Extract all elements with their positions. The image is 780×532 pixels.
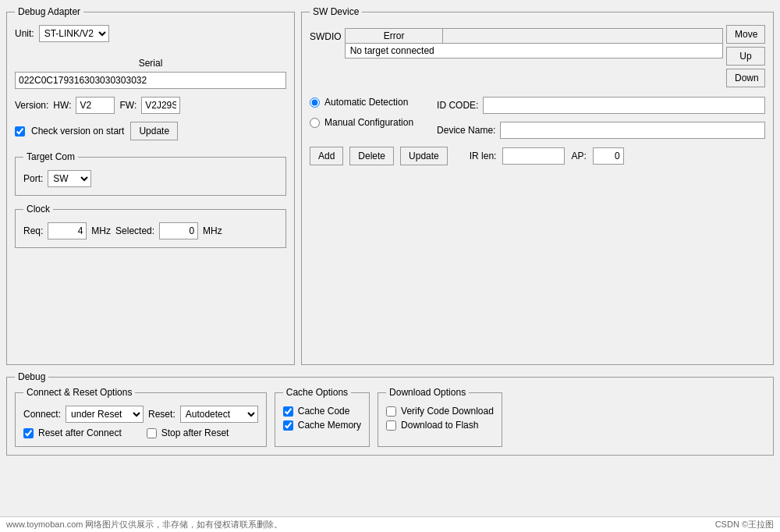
reset-after-connect-checkbox[interactable] xyxy=(23,428,34,438)
serial-input[interactable] xyxy=(15,72,286,89)
hw-input[interactable] xyxy=(76,97,115,114)
cache-options-panel: Cache Options Cache Code Cache Memory xyxy=(275,387,370,447)
fw-input[interactable] xyxy=(141,97,180,114)
manual-configuration-radio[interactable] xyxy=(310,118,320,128)
req-label: Req: xyxy=(23,225,43,236)
sw-table-header-error: Error xyxy=(345,29,443,44)
download-options-legend: Download Options xyxy=(386,387,469,398)
cache-memory-label: Cache Memory xyxy=(298,420,361,431)
connect-label: Connect: xyxy=(23,409,61,420)
connect-reset-panel: Connect & Reset Options Connect: under R… xyxy=(15,387,267,447)
sw-table-header-empty xyxy=(443,29,723,44)
cache-code-checkbox[interactable] xyxy=(283,406,293,417)
ap-label: AP: xyxy=(571,151,586,161)
stop-after-reset-label: Stop after Reset xyxy=(161,427,229,438)
add-button[interactable]: Add xyxy=(310,147,343,165)
version-label: Version: xyxy=(15,100,48,111)
debug-panel: Debug Connect & Reset Options Connect: u… xyxy=(6,371,774,456)
sw-table-data-notarget: No target connected xyxy=(345,44,722,59)
sw-update-button[interactable]: Update xyxy=(400,147,448,165)
ir-len-label: IR len: xyxy=(470,151,497,161)
reset-after-connect-label: Reset after Connect xyxy=(38,427,122,438)
debug-adapter-legend: Debug Adapter xyxy=(15,6,83,17)
verify-code-label: Verify Code Download xyxy=(401,406,494,417)
id-code-label: ID CODE: xyxy=(437,100,478,111)
footer-right: CSDN ©王拉图 xyxy=(715,519,774,530)
stop-after-reset-checkbox[interactable] xyxy=(147,428,157,438)
down-button[interactable]: Down xyxy=(726,69,765,87)
target-com-legend: Target Com xyxy=(23,151,78,162)
ir-len-input[interactable] xyxy=(502,147,565,165)
device-name-label: Device Name: xyxy=(437,125,495,136)
move-button[interactable]: Move xyxy=(726,25,765,44)
verify-code-checkbox[interactable] xyxy=(386,406,396,417)
sw-device-panel: SW Device SWDIO Error No target connecte… xyxy=(301,6,774,365)
fw-label: FW: xyxy=(119,100,136,111)
port-select[interactable]: SW JTAG xyxy=(48,170,91,187)
selected-input[interactable] xyxy=(159,222,198,239)
automatic-detection-radio[interactable] xyxy=(310,98,320,108)
check-version-label: Check version on start xyxy=(31,126,124,137)
cache-memory-checkbox[interactable] xyxy=(283,420,293,431)
connect-reset-legend: Connect & Reset Options xyxy=(23,387,135,398)
ap-input[interactable] xyxy=(593,147,624,165)
check-version-checkbox[interactable] xyxy=(15,126,25,137)
mhz-label-2: MHz xyxy=(203,225,222,236)
serial-label: Serial xyxy=(15,58,286,69)
clock-legend: Clock xyxy=(23,204,53,215)
req-input[interactable] xyxy=(48,222,87,239)
device-name-input[interactable] xyxy=(500,122,765,139)
footer: www.toymoban.com 网络图片仅供展示，非存储，如有侵权请联系删除。… xyxy=(0,516,780,532)
id-code-input[interactable] xyxy=(483,97,765,114)
clock-panel: Clock Req: MHz Selected: MHz xyxy=(15,204,286,248)
automatic-detection-label: Automatic Detection xyxy=(324,97,408,108)
detection-section: Automatic Detection Manual Configuration… xyxy=(310,97,765,165)
connect-select[interactable]: under Reset Normal with Pre-reset xyxy=(66,406,144,423)
download-options-panel: Download Options Verify Code Download Do… xyxy=(378,387,502,447)
reset-label: Reset: xyxy=(148,409,176,420)
manual-configuration-label: Manual Configuration xyxy=(324,117,413,128)
up-button[interactable]: Up xyxy=(726,47,765,66)
download-to-flash-label: Download to Flash xyxy=(401,420,478,431)
selected-label: Selected: xyxy=(115,225,154,236)
sw-table: Error No target connected xyxy=(345,28,723,59)
swdio-label: SWDIO xyxy=(310,25,342,42)
download-to-flash-checkbox[interactable] xyxy=(386,420,396,431)
sw-device-legend: SW Device xyxy=(310,6,362,17)
port-label: Port: xyxy=(23,173,43,184)
hw-label: HW: xyxy=(53,100,71,111)
unit-select[interactable]: ST-LINK/V2 xyxy=(39,25,109,42)
debug-adapter-panel: Debug Adapter Unit: ST-LINK/V2 Serial Ve… xyxy=(6,6,295,365)
cache-code-label: Cache Code xyxy=(298,406,350,417)
cache-options-legend: Cache Options xyxy=(283,387,351,398)
delete-button[interactable]: Delete xyxy=(349,147,394,165)
update-button[interactable]: Update xyxy=(130,122,178,140)
footer-left: www.toymoban.com 网络图片仅供展示，非存储，如有侵权请联系删除。 xyxy=(6,519,282,530)
mhz-label-1: MHz xyxy=(91,225,111,236)
unit-label: Unit: xyxy=(15,28,34,39)
debug-legend: Debug xyxy=(15,371,48,382)
reset-select[interactable]: Autodetect Software Hardware SYSRESETREQ… xyxy=(180,406,258,423)
target-com-panel: Target Com Port: SW JTAG xyxy=(15,151,286,196)
